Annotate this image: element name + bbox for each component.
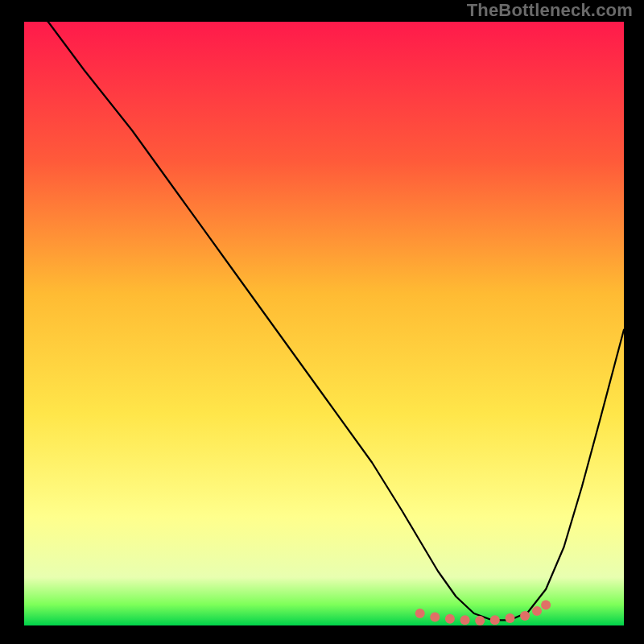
marker-dot — [541, 601, 551, 610]
marker-dot — [532, 606, 542, 616]
marker-dot — [445, 614, 455, 624]
marker-dot — [490, 615, 500, 625]
marker-dot — [475, 616, 485, 625]
plot-background — [24, 22, 624, 625]
marker-dot — [460, 615, 470, 625]
chart-container: TheBottleneck.com — [0, 0, 644, 644]
marker-dot — [430, 613, 440, 622]
marker-dot — [506, 613, 515, 623]
watermark-text: TheBottleneck.com — [467, 0, 633, 21]
marker-dot — [520, 611, 530, 621]
plot-svg — [0, 0, 644, 644]
marker-dot — [415, 609, 425, 618]
